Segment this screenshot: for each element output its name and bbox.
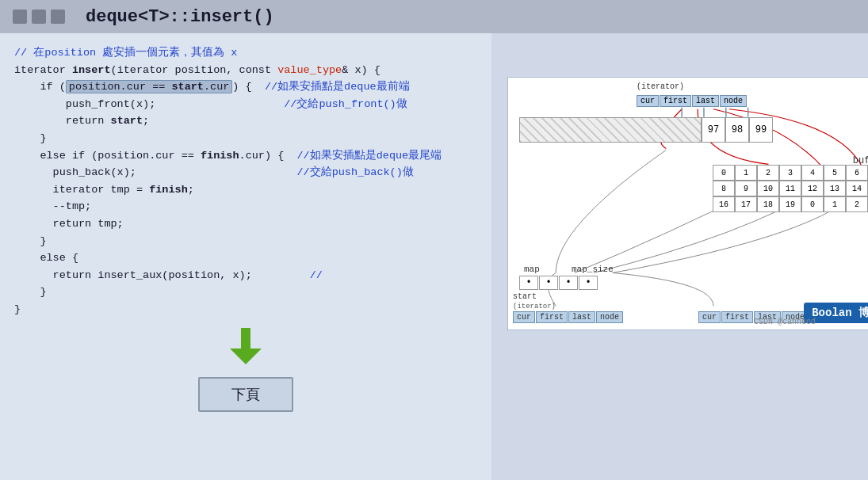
buf-3: 3	[779, 165, 801, 181]
code-line15: }	[14, 301, 477, 318]
win-btn-2	[32, 10, 46, 24]
code-line6: else if (position.cur == finish.cur) { /…	[14, 147, 477, 165]
page-title: deque<T>::insert()	[86, 7, 274, 27]
buf-6: 6	[846, 165, 868, 181]
bottom-node-1: node	[596, 311, 623, 323]
code-line12: else {	[14, 250, 477, 267]
bottom-iter-left: start (iterator) cur first last node	[513, 292, 623, 323]
num-98: 98	[725, 117, 749, 143]
iter-node: node	[720, 95, 747, 107]
buf-13: 13	[824, 181, 846, 196]
code-line7: push_back(x); //交給push_back()做	[14, 164, 477, 181]
buf-11: 11	[779, 181, 801, 196]
buf-22: 2	[846, 196, 868, 212]
map-dot-2: •	[539, 276, 558, 290]
diagram-panel: back	[491, 33, 868, 480]
code-line5: }	[14, 130, 477, 147]
buf-2: 2	[757, 165, 779, 181]
buf-17: 17	[735, 196, 757, 212]
num-99: 99	[749, 117, 773, 143]
buf-0: 0	[713, 165, 735, 181]
num-97: 97	[702, 117, 725, 143]
next-btn-container: 下頁	[14, 377, 477, 412]
window-controls	[13, 10, 65, 24]
iter-cur: cur	[637, 95, 659, 107]
buf-4: 4	[801, 165, 824, 181]
win-btn-3	[51, 10, 65, 24]
iterator-label: (iterator)	[637, 82, 684, 91]
bottom-cur-2: cur	[698, 311, 721, 323]
code-line3: push_front(x); //交給push_front()做	[14, 96, 477, 113]
buf-19: 19	[779, 196, 801, 212]
win-btn-1	[13, 10, 27, 24]
buf-9: 9	[735, 181, 757, 196]
buf-16: 16	[713, 196, 735, 212]
header-bar: deque<T>::insert()	[0, 0, 868, 33]
buf-14: 14	[846, 181, 868, 196]
buf-8: 8	[713, 181, 735, 196]
map-row: • • • •	[519, 276, 598, 290]
csdn-watermark: CSDN @canheed	[754, 318, 816, 326]
next-page-button[interactable]: 下頁	[198, 377, 293, 412]
code-line1: iterator insert(iterator position, const…	[14, 62, 477, 79]
code-line2: if (position.cur == start.cur) { //如果安插點…	[14, 78, 477, 96]
map-size-label: map_size	[572, 265, 614, 274]
code-line9: --tmp;	[14, 198, 477, 215]
map-label: map	[524, 265, 540, 274]
numbers-row: 97 98 99	[702, 117, 773, 143]
svg-marker-1	[230, 349, 262, 364]
buf-5: 5	[824, 165, 846, 181]
code-block: // 在position 處安插一個元素，其值為 x iterator inse…	[14, 44, 477, 318]
code-comment1: // 在position 處安插一個元素，其值為 x	[14, 44, 477, 62]
map-dot-3: •	[559, 276, 578, 290]
bottom-cur-1: cur	[513, 311, 535, 323]
bottom-iter-left-row: cur first last node	[513, 311, 623, 323]
diagram-box: (iterator) cur first last node 97 98 99 …	[507, 77, 868, 330]
svg-rect-0	[241, 328, 250, 349]
buf-10: 10	[757, 181, 779, 196]
code-line10: return tmp;	[14, 215, 477, 233]
map-dot-4: •	[579, 276, 598, 290]
code-line4: return start;	[14, 112, 477, 130]
code-line13: return insert_aux(position, x); //	[14, 267, 477, 284]
buf-12: 12	[801, 181, 824, 196]
buf-1: 1	[735, 165, 757, 181]
down-arrow-icon	[226, 326, 266, 366]
iter-first: first	[660, 95, 691, 107]
map-dot-1: •	[519, 276, 538, 290]
iter-last: last	[692, 95, 719, 107]
buf-20: 0	[801, 196, 824, 212]
code-line14: }	[14, 284, 477, 301]
code-panel: // 在position 處安插一個元素，其值為 x iterator inse…	[0, 33, 491, 480]
hatched-area	[519, 117, 702, 143]
buf-18: 18	[757, 196, 779, 212]
main-content: // 在position 處安插一個元素，其值為 x iterator inse…	[0, 33, 868, 480]
bottom-first-1: first	[536, 311, 568, 323]
code-line8: iterator tmp = finish;	[14, 181, 477, 199]
buf-21: 1	[824, 196, 846, 212]
code-line11: }	[14, 233, 477, 250]
bottom-last-1: last	[568, 311, 595, 323]
down-arrow-container	[14, 326, 477, 366]
iter-row: cur first last node	[637, 95, 747, 107]
buffer-grid: 0 1 2 3 4 5 6 7 8 9 10 11 12 13 14 15 16…	[713, 165, 868, 212]
bottom-first-2: first	[721, 311, 753, 323]
